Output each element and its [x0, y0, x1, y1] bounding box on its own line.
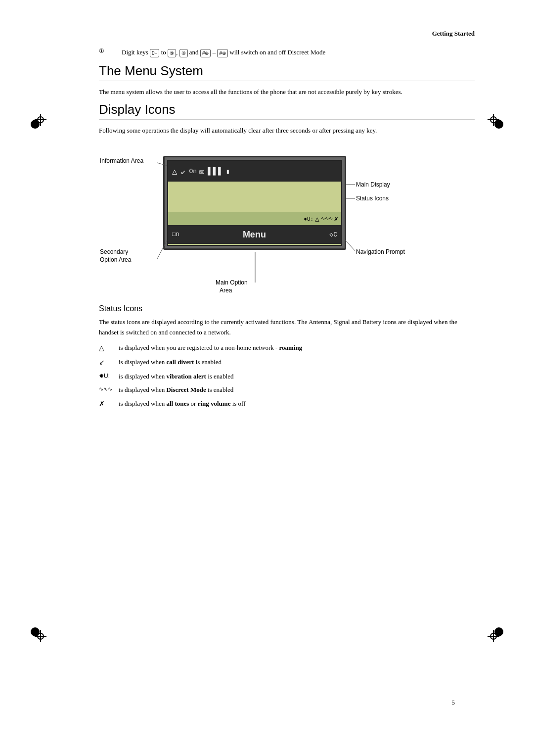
screen-info-row: △ ↙ On ✉ ▋▋▋ ▮: [168, 161, 341, 182]
status-icons-heading: Status Icons: [99, 304, 475, 313]
intro-item: ① Digit keys 0+ to ⑨, ⑧ and #⊕ – #⊕ will…: [99, 47, 475, 57]
phone-body: △ ↙ On ✉ ▋▋▋ ▮ ✸U: △ ∿∿∿ ✗: [163, 156, 346, 250]
icon-entry-divert: ↙ is displayed when call divert is enabl…: [99, 357, 475, 368]
header-title: Getting Started: [432, 30, 475, 37]
silent-desc: is displayed when all tones or ring volu…: [119, 399, 246, 409]
info-divert-icon: ↙: [180, 166, 186, 177]
info-signal-icon: ▋▋▋: [208, 167, 223, 176]
status-bell-icon: △: [315, 215, 319, 223]
icon-entry-silent: ✗ is displayed when all tones or ring vo…: [99, 399, 475, 409]
label-secondary-line1: Secondary: [100, 248, 128, 255]
icon-entry-vibration: ✸U: is displayed when vibration alert is…: [99, 372, 475, 381]
discreet-icon-symbol: ∿∿∿: [99, 385, 119, 393]
intro-text: Digit keys 0+ to ⑨, ⑧ and #⊕ – #⊕ will s…: [122, 47, 325, 57]
svg-line-5: [345, 240, 355, 251]
label-status-icons: Status Icons: [356, 195, 389, 202]
label-main-option-line1: Main Option: [216, 279, 248, 286]
page-number: 5: [452, 699, 455, 707]
content-area: Getting Started ① Digit keys 0+ to ⑨, ⑧ …: [99, 30, 475, 409]
label-secondary-line2: Option Area: [100, 256, 132, 263]
divert-icon-symbol: ↙: [99, 357, 119, 368]
roaming-desc: is displayed when you are registered to …: [119, 343, 302, 353]
bottom-menu-text: Menu: [243, 230, 266, 240]
discreet-desc: is displayed when Discreet Mode is enabl…: [119, 385, 233, 395]
silent-icon-symbol: ✗: [99, 399, 119, 409]
status-cross-icon: ✗: [334, 215, 338, 223]
bullet-top-right: [494, 120, 503, 129]
label-main-display: Main Display: [356, 181, 390, 188]
info-alarm-icon: △: [172, 166, 178, 177]
section-header: Getting Started: [99, 30, 475, 38]
screen-status-row: ✸U: △ ∿∿∿ ✗: [168, 212, 341, 225]
bottom-right-icon: ◇C: [329, 231, 337, 238]
menu-system-body: The menu system allows the user to acces…: [99, 87, 475, 97]
label-info-area: Information Area: [100, 157, 143, 164]
icon-entry-discreet: ∿∿∿ is displayed when Discreet Mode is e…: [99, 385, 475, 395]
vibration-icon-symbol: ✸U:: [99, 372, 119, 380]
roaming-icon-symbol: △: [99, 343, 119, 353]
info-battery-icon: ▮: [226, 167, 231, 176]
bullet-bottom-right: [494, 627, 503, 636]
screen-main-area: [168, 182, 341, 212]
status-vib-icon: ✸U:: [304, 216, 313, 222]
divert-desc: is displayed when call divert is enabled: [119, 357, 222, 367]
vibration-desc: is displayed when vibration alert is ena…: [119, 372, 234, 381]
label-nav-prompt: Navigation Prompt: [356, 248, 405, 255]
info-msg-icon: ✉: [199, 166, 205, 177]
bottom-left-icon: □n: [172, 231, 179, 238]
info-on-text: On: [189, 168, 197, 175]
bullet-bottom-left: [31, 627, 40, 636]
phone-screen: △ ↙ On ✉ ▋▋▋ ▮ ✸U: △ ∿∿∿ ✗: [167, 160, 342, 246]
status-icons-intro: The status icons are displayed according…: [99, 317, 475, 338]
label-main-option-line2: Area: [220, 287, 232, 294]
status-icons-section: Status Icons The status icons are displa…: [99, 304, 475, 409]
display-icons-body: Following some operations the display wi…: [99, 126, 475, 136]
bullet-top-left: [31, 120, 40, 129]
icon-entry-roaming: △ is displayed when you are registered t…: [99, 343, 475, 353]
page: Getting Started ① Digit keys 0+ to ⑨, ⑧ …: [0, 0, 534, 756]
intro-icon: ①: [99, 47, 114, 54]
phone-diagram: △ ↙ On ✉ ▋▋▋ ▮ ✸U: △ ∿∿∿ ✗: [99, 141, 445, 294]
menu-system-heading: The Menu System: [99, 63, 475, 81]
display-icons-heading: Display Icons: [99, 102, 475, 120]
status-wave-icon: ∿∿∿: [321, 216, 333, 222]
screen-bottom-row: □n Menu ◇C: [168, 225, 341, 244]
